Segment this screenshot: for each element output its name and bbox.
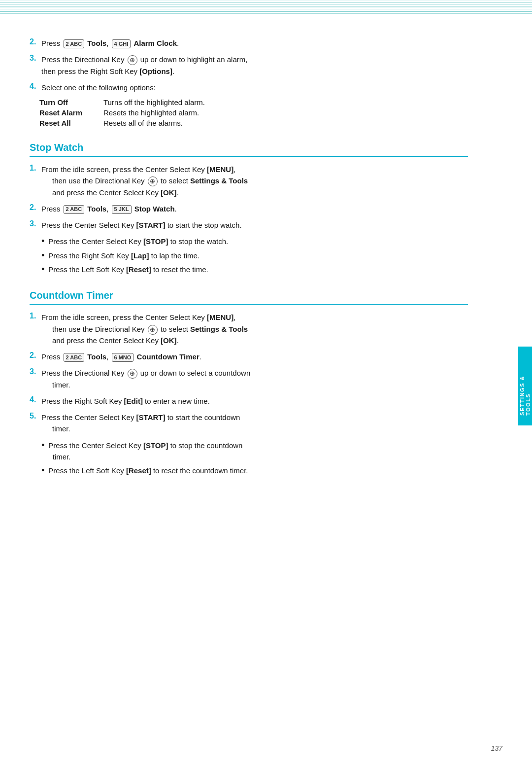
stop-watch-heading: Stop Watch [30, 142, 468, 153]
stop-bracket: [STOP] [143, 441, 168, 450]
bullet-text: Press the Center Select Key [STOP] to st… [48, 440, 242, 463]
ct-step-1: 1. From the idle screen, press the Cente… [30, 312, 468, 346]
step-number: 1. [30, 312, 40, 320]
settings-tools-label: Settings & Tools [190, 325, 248, 333]
step-number: 4. [30, 82, 40, 91]
page-content: 2. Press 2 ABC Tools, 4 GHI Alarm Clock.… [0, 28, 498, 509]
ct-step-2: 2. Press 2 ABC Tools, 6 MNO Countdown Ti… [30, 351, 468, 362]
option-term: Turn Off [39, 98, 103, 106]
ct-step-4: 4. Press the Right Soft Key [Edit] to en… [30, 395, 468, 407]
alarm-step-4: 4. Select one of the following options: [30, 82, 468, 93]
ct-bullet-list: • Press the Center Select Key [STOP] to … [41, 440, 468, 477]
settings-tools-label: Settings & Tools [190, 176, 248, 185]
alarm-step-3: 3. Press the Directional Key ⊕ up or dow… [30, 54, 468, 77]
step-number: 3. [30, 367, 40, 376]
bullet-item: • Press the Center Select Key [STOP] to … [41, 236, 468, 247]
bullet-text: Press the Right Soft Key [Lap] to lap th… [48, 250, 200, 261]
option-term: Reset All [39, 119, 103, 127]
page-number: 137 [491, 744, 502, 752]
option-row-turnoff: Turn Off Turns off the highlighted alarm… [39, 98, 468, 106]
directional-key-icon: ⊕ [128, 55, 137, 65]
step-content: Press the Directional Key ⊕ up or down t… [41, 367, 468, 390]
step-content: Press the Center Select Key [START] to s… [41, 412, 468, 435]
ok-bracket: [OK] [161, 336, 177, 345]
lap-bracket: [Lap] [131, 251, 149, 260]
menu-bracket: [MENU] [207, 165, 233, 174]
step-content: Press 2 ABC Tools, 5 JKL Stop Watch. [41, 203, 468, 214]
step-content: Press the Right Soft Key [Edit] to enter… [41, 395, 468, 407]
ct-step-3: 3. Press the Directional Key ⊕ up or dow… [30, 367, 468, 390]
key-2abc: 2 ABC [64, 353, 85, 362]
section-divider [30, 304, 468, 305]
directional-key-icon: ⊕ [148, 325, 158, 335]
step-content: From the idle screen, press the Center S… [41, 164, 468, 198]
indent-line: timer. [52, 424, 70, 433]
step-number: 3. [30, 54, 40, 63]
step-content: From the idle screen, press the Center S… [41, 312, 468, 346]
step-number: 3. [30, 219, 40, 228]
bullet-text: Press the Left Soft Key [Reset] to reset… [48, 264, 208, 275]
bullet-item: • Press the Right Soft Key [Lap] to lap … [41, 250, 468, 261]
step-content: Press the Directional Key ⊕ up or down t… [41, 54, 468, 77]
indent-line: timer. [52, 381, 70, 389]
menu-bracket: [MENU] [207, 313, 233, 321]
reset-bracket: [Reset] [126, 265, 151, 274]
options-bracket: [Options] [139, 67, 172, 75]
bullet-dot: • [41, 465, 44, 476]
step-number: 2. [30, 351, 40, 360]
directional-key-icon: ⊕ [128, 369, 137, 379]
step-content: Select one of the following options: [41, 82, 468, 93]
key-5jkl: 5 JKL [112, 205, 132, 214]
step-number: 4. [30, 395, 40, 404]
bullet-text: Press the Left Soft Key [Reset] to reset… [48, 465, 248, 476]
bullet-dot: • [41, 264, 44, 275]
sw-step-1: 1. From the idle screen, press the Cente… [30, 164, 468, 198]
ct-step-5: 5. Press the Center Select Key [START] t… [30, 412, 468, 435]
sw-step-3: 3. Press the Center Select Key [START] t… [30, 219, 468, 231]
step-number: 2. [30, 203, 40, 212]
side-tab-label: SETTINGS & TOOLS [519, 356, 531, 416]
decorative-header [0, 0, 532, 14]
indent-line: and press the Center Select Key [OK]. [52, 336, 179, 345]
step-content: Press 2 ABC Tools, 6 MNO Countdown Timer… [41, 351, 468, 362]
option-term: Reset Alarm [39, 108, 103, 117]
bullet-item: • Press the Left Soft Key [Reset] to res… [41, 264, 468, 275]
alarm-clock-label: Alarm Clock [133, 39, 177, 47]
countdown-label: Countdown Timer [137, 352, 200, 361]
step-number: 2. [30, 37, 40, 46]
option-desc: Resets all of the alarms. [103, 119, 183, 127]
bullet-dot: • [41, 250, 44, 261]
bullet-item: • Press the Left Soft Key [Reset] to res… [41, 465, 468, 476]
edit-bracket: [Edit] [124, 397, 143, 405]
start-bracket: [START] [136, 221, 166, 229]
option-row-resetall: Reset All Resets all of the alarms. [39, 119, 468, 127]
key-6mno: 6 MNO [112, 353, 134, 362]
sw-bullet-list: • Press the Center Select Key [STOP] to … [41, 236, 468, 275]
step-number: 5. [30, 412, 40, 421]
section-divider [30, 156, 468, 157]
reset-bracket: [Reset] [126, 466, 151, 475]
tools-label: Tools [87, 205, 106, 213]
option-desc: Turns off the highlighted alarm. [103, 98, 205, 106]
step-content: Press the Center Select Key [START] to s… [41, 219, 468, 231]
bullet-dot: • [41, 236, 44, 247]
stop-bracket: [STOP] [143, 237, 168, 246]
start-bracket: [START] [136, 413, 166, 421]
step-content: Press 2 ABC Tools, 4 GHI Alarm Clock. [41, 37, 468, 49]
key-2abc: 2 ABC [64, 39, 85, 48]
option-desc: Resets the highlighted alarm. [103, 108, 199, 117]
bullet-text: Press the Center Select Key [STOP] to st… [48, 236, 228, 247]
countdown-heading: Countdown Timer [30, 290, 468, 301]
side-tab: SETTINGS & TOOLS [518, 347, 532, 425]
indent-line: then use the Directional Key ⊕ to select… [52, 176, 248, 185]
stop-watch-label: Stop Watch [134, 205, 175, 213]
sw-step-2: 2. Press 2 ABC Tools, 5 JKL Stop Watch. [30, 203, 468, 214]
tools-label: Tools [87, 352, 106, 361]
key-4ghi: 4 GHI [112, 39, 131, 48]
options-table: Turn Off Turns off the highlighted alarm… [39, 98, 468, 127]
directional-key-icon: ⊕ [148, 176, 158, 186]
indent-line: and press the Center Select Key [OK]. [52, 188, 179, 197]
key-2abc: 2 ABC [64, 205, 85, 214]
bullet-dot: • [41, 440, 44, 451]
alarm-step-2: 2. Press 2 ABC Tools, 4 GHI Alarm Clock. [30, 37, 468, 49]
